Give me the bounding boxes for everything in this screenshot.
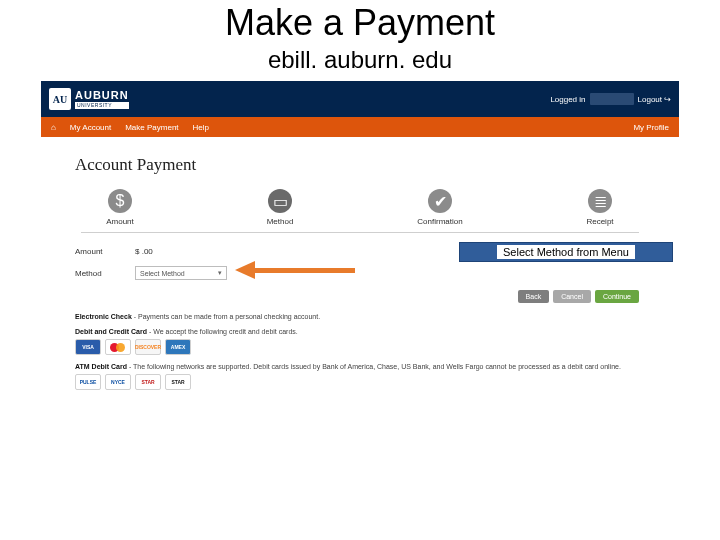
step-method: ▭ Method	[245, 189, 315, 226]
discover-card-icon: DISCOVER	[135, 339, 161, 355]
chevron-down-icon: ▾	[218, 269, 222, 277]
ebill-app: AU AUBURN UNIVERSITY Logged in Logout ↪ …	[40, 80, 680, 397]
method-label: Method	[75, 269, 135, 278]
logo-unit: UNIVERSITY	[75, 102, 129, 109]
nav-my-account[interactable]: My Account	[70, 123, 111, 132]
echeck-title: Electronic Check	[75, 313, 132, 320]
nav-help[interactable]: Help	[193, 123, 209, 132]
nyce-network-icon: NYCE	[105, 374, 131, 390]
action-bar: Back Cancel Continue	[75, 290, 639, 303]
method-select-value: Select Method	[140, 270, 185, 277]
debit-network-logos: PULSE NYCE STAR STAR	[75, 374, 645, 390]
logged-in-label: Logged in	[550, 95, 585, 104]
step-receipt-label: Receipt	[586, 217, 613, 226]
cc-title: Debit and Credit Card	[75, 328, 147, 335]
thumbs-up-icon: ✔	[428, 189, 452, 213]
arrow-icon	[235, 261, 255, 279]
echeck-text: - Payments can be made from a personal c…	[132, 313, 320, 320]
step-indicator: $ Amount ▭ Method ✔ Confirmation ≣ Recei…	[75, 189, 645, 226]
cc-info: Debit and Credit Card - We accept the fo…	[75, 328, 645, 335]
step-amount: $ Amount	[85, 189, 155, 226]
step-receipt: ≣ Receipt	[565, 189, 635, 226]
cc-text: - We accept the following credit and deb…	[147, 328, 298, 335]
logout-link[interactable]: Logout ↪	[638, 95, 671, 104]
atm-title: ATM Debit Card	[75, 363, 127, 370]
page-title: Account Payment	[75, 155, 645, 175]
continue-button[interactable]: Continue	[595, 290, 639, 303]
card-icon: ▭	[268, 189, 292, 213]
auburn-logo: AU AUBURN UNIVERSITY	[49, 88, 129, 110]
nav-make-payment[interactable]: Make Payment	[125, 123, 178, 132]
star-network-icon: STAR	[135, 374, 161, 390]
nav-my-profile[interactable]: My Profile	[633, 123, 669, 132]
topbar: AU AUBURN UNIVERSITY Logged in Logout ↪	[41, 81, 679, 117]
cancel-button[interactable]: Cancel	[553, 290, 591, 303]
star-alt-network-icon: STAR	[165, 374, 191, 390]
step-method-label: Method	[267, 217, 294, 226]
logo-badge: AU	[49, 88, 71, 110]
step-confirmation: ✔ Confirmation	[405, 189, 475, 226]
amex-card-icon: AMEX	[165, 339, 191, 355]
username-redacted	[590, 93, 634, 105]
pulse-network-icon: PULSE	[75, 374, 101, 390]
slide-title: Make a Payment	[0, 2, 720, 44]
atm-text: - The following networks are supported. …	[127, 363, 621, 370]
amount-label: Amount	[75, 247, 135, 256]
visa-card-icon: VISA	[75, 339, 101, 355]
method-row: Method Select Method ▾	[75, 266, 645, 280]
atm-info: ATM Debit Card - The following networks …	[75, 363, 645, 370]
step-amount-label: Amount	[106, 217, 134, 226]
echeck-info: Electronic Check - Payments can be made …	[75, 313, 645, 320]
back-button[interactable]: Back	[518, 290, 550, 303]
amount-value: $ .00	[135, 247, 153, 256]
slide-subtitle: ebill. auburn. edu	[0, 46, 720, 74]
divider	[81, 232, 639, 233]
dollar-icon: $	[108, 189, 132, 213]
step-confirmation-label: Confirmation	[417, 217, 462, 226]
method-select[interactable]: Select Method ▾	[135, 266, 227, 280]
logo-name: AUBURN	[75, 90, 129, 101]
nav-home-icon[interactable]: ⌂	[51, 123, 56, 132]
logout-label: Logout	[638, 95, 662, 104]
arrow-shaft	[253, 268, 355, 273]
callout-text: Select Method from Menu	[497, 245, 635, 259]
logout-icon: ↪	[664, 95, 671, 104]
receipt-icon: ≣	[588, 189, 612, 213]
credit-card-logos: VISA DISCOVER AMEX	[75, 339, 645, 355]
content-area: Account Payment $ Amount ▭ Method ✔ Conf…	[41, 137, 679, 390]
callout-box: Select Method from Menu	[459, 242, 673, 262]
mastercard-icon	[105, 339, 131, 355]
navbar: ⌂ My Account Make Payment Help My Profil…	[41, 117, 679, 137]
